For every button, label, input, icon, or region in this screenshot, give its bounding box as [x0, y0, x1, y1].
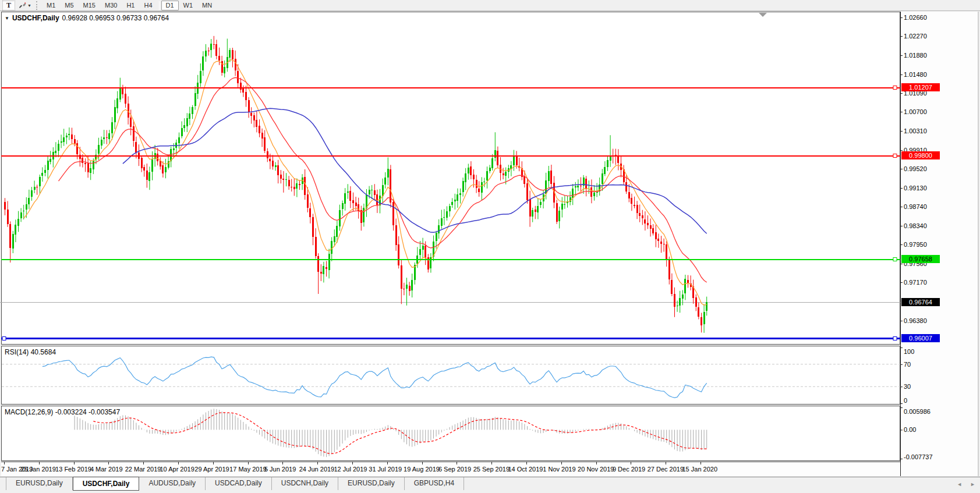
price-tick-label: 1.00700 [904, 108, 944, 116]
tab-scrollers: ◄ ► [957, 481, 975, 487]
date-label: 25 Sep 2019 [473, 466, 510, 473]
chart-title: ▼ USDCHF,Daily 0.96928 0.96953 0.96733 0… [5, 14, 169, 22]
date-label: 13 Feb 2019 [55, 466, 91, 473]
date-label: 29 Apr 2019 [194, 466, 229, 473]
timeframe-button-m15[interactable]: M15 [79, 1, 100, 10]
date-label: 4 Mar 2019 [90, 466, 123, 473]
rsi-indicator-label: RSI(14) 40.5684 [5, 348, 56, 356]
timeframe-button-h4[interactable]: H4 [139, 1, 157, 10]
date-label: 25 Jan 2019 [20, 466, 56, 473]
timeframe-button-mn[interactable]: MN [197, 1, 217, 10]
date-label: 24 Jun 2019 [299, 466, 335, 473]
mt4-window: T ▼ M1M5M15M30H1H4D1W1MN ▼ USDCHF,Daily … [0, 0, 980, 493]
chart-tab-2[interactable]: AUDUSD,Daily [139, 477, 206, 490]
date-label: 31 Jul 2019 [369, 466, 402, 473]
macd-axis-label: 0.005986 [904, 407, 947, 416]
timeframe-button-m30[interactable]: M30 [100, 1, 122, 10]
rsi-axis-label: 70 [904, 360, 947, 368]
toolbar-separator [159, 1, 160, 10]
date-label: 9 Dec 2019 [613, 466, 645, 473]
date-label: 27 Dec 2019 [648, 466, 684, 473]
price-tick-label: 1.01880 [904, 51, 944, 59]
date-label: 17 May 2019 [229, 466, 267, 473]
styler-button[interactable]: ▼ [16, 1, 34, 10]
date-label: 6 Sep 2019 [438, 466, 471, 473]
chart-tab-0[interactable]: EURUSD,Daily [6, 477, 73, 490]
date-label: 10 Apr 2019 [160, 466, 194, 473]
toolbar-drag-handle[interactable] [36, 1, 38, 10]
date-label: 15 Jan 2020 [682, 466, 718, 473]
chart-tab-6[interactable]: GBPUSD,H4 [405, 477, 464, 490]
rsi-panel[interactable] [1, 346, 900, 405]
date-label: 19 Aug 2019 [404, 466, 440, 473]
timeframe-button-h1[interactable]: H1 [122, 1, 139, 10]
chart-tab-bar: EURUSD,DailyUSDCHF,DailyAUDUSD,DailyUSDC… [0, 477, 980, 493]
date-label: 20 Nov 2019 [578, 466, 614, 473]
price-tick-label: 1.01480 [904, 70, 944, 79]
chart-tab-3[interactable]: USDCAD,Daily [206, 477, 272, 490]
date-label: 12 Jul 2019 [334, 466, 367, 473]
chart-tab-1[interactable]: USDCHF,Daily [73, 477, 140, 491]
price-line-label: 0.97658 [901, 255, 940, 263]
price-tick-label: 1.00310 [904, 127, 944, 135]
timeframe-button-w1[interactable]: W1 [179, 1, 198, 10]
rsi-axis-label: 0 [904, 396, 947, 405]
main-chart-panel[interactable] [1, 12, 900, 345]
price-tick-label: 0.99130 [904, 184, 944, 192]
macd-panel[interactable] [1, 406, 900, 461]
macd-axis-label: -0.007737 [904, 453, 947, 461]
tab-scroll-right-icon[interactable]: ► [970, 481, 975, 487]
chart-ohlc-values: 0.96928 0.96953 0.96733 0.96764 [62, 14, 169, 22]
styler-icon [19, 2, 26, 9]
price-tick-label: 1.02660 [904, 13, 944, 22]
price-tick-label: 1.02270 [904, 32, 944, 40]
tab-scroll-left-icon[interactable]: ◄ [957, 481, 962, 487]
macd-axis-label: 0.00 [904, 425, 947, 434]
price-line-label: 0.99800 [901, 151, 940, 159]
styler-dropdown-caret-icon[interactable]: ▼ [27, 3, 31, 8]
price-tick-label: 0.96380 [904, 317, 944, 325]
timeframe-button-m5[interactable]: M5 [60, 1, 78, 10]
chart-tab-5[interactable]: EURUSD,Daily [338, 477, 405, 490]
toolbar: T ▼ M1M5M15M30H1H4D1W1MN [0, 0, 980, 11]
text-tool-button[interactable]: T [2, 1, 15, 10]
current-price-label: 0.96764 [901, 298, 940, 306]
price-tick-label: 0.98340 [904, 222, 944, 230]
price-line-label: 1.01207 [901, 83, 940, 91]
price-tick-label: 0.97170 [904, 278, 944, 286]
price-tick-label: 0.98740 [904, 203, 944, 211]
date-label: 14 Oct 2019 [508, 466, 543, 473]
date-label: 5 Jun 2019 [264, 466, 296, 473]
timeframe-button-d1[interactable]: D1 [161, 1, 179, 10]
date-label: 1 Nov 2019 [543, 466, 575, 473]
rsi-axis-label: 100 [904, 347, 947, 356]
collapse-triangle-icon[interactable]: ▼ [5, 16, 9, 21]
chart-shift-icon[interactable] [759, 13, 767, 17]
price-tick-label: 0.99520 [904, 165, 944, 173]
timeframe-group: M1M5M15M30H1H4D1W1MN [42, 1, 217, 10]
timeframe-button-m1[interactable]: M1 [42, 1, 60, 10]
macd-indicator-label: MACD(12,26,9) -0.003224 -0.003547 [5, 408, 120, 416]
rsi-axis-label: 30 [904, 382, 947, 391]
price-tick-label: 0.97950 [904, 240, 944, 249]
date-label: 22 Mar 2019 [125, 466, 161, 473]
chart-symbol-label: USDCHF,Daily [12, 14, 59, 22]
price-line-label: 0.96007 [901, 334, 940, 342]
chart-tab-4[interactable]: USDCNH,Daily [272, 477, 338, 490]
